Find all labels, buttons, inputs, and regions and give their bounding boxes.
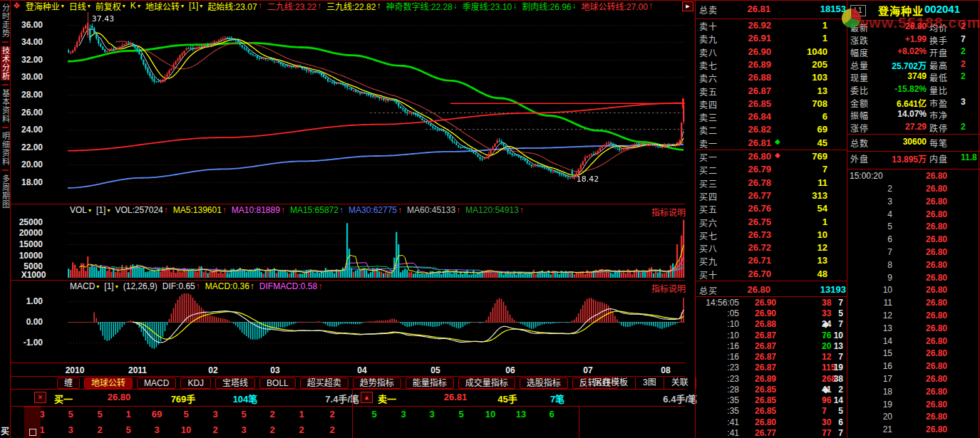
sell1-avg: 6.4手/笔 — [629, 392, 697, 405]
indicator-item[interactable]: [1]▾ — [189, 1, 202, 11]
tick-row[interactable]: :1626.8712↑7 — [695, 352, 847, 363]
indicator-item[interactable]: MA30:62775↑ — [349, 205, 402, 215]
indicator-item[interactable]: 二九线:23.22↑ — [267, 0, 321, 12]
indicator-item[interactable]: 地球公转▾ — [145, 0, 184, 12]
indicator-item[interactable]: 地球公转线:27.00↑ — [582, 0, 653, 12]
sell-level-row[interactable]: 卖二26.8269 — [695, 124, 847, 137]
indicator-item[interactable]: 登海种业▾ — [26, 0, 64, 12]
buy-level-row[interactable]: 买十26.7048 — [695, 268, 847, 281]
buy-level-row[interactable]: 买六26.751 — [695, 217, 847, 229]
indicator-item[interactable]: 神奇数字线:22.28↓ — [386, 0, 457, 12]
auction-index: 4 — [855, 209, 892, 219]
stat-value-clipped: 7 — [961, 34, 966, 44]
tick-row[interactable]: :4126.7777↑7 — [695, 428, 847, 438]
close-button[interactable]: ✕ — [34, 392, 46, 403]
arrow-down-icon: ↓ — [512, 1, 517, 11]
stat-value: 3749 — [875, 71, 927, 81]
sell-level-row[interactable]: 卖十26.921 — [695, 20, 847, 33]
buy-level-row[interactable]: 买七26.7310 — [695, 229, 847, 242]
tick-count: 7 — [823, 428, 843, 438]
indicator-tab[interactable]: 成交量指标 — [458, 377, 515, 389]
tick-row[interactable]: :3526.8596↑14 — [695, 395, 847, 406]
chevron-down-icon: ▾ — [200, 3, 202, 9]
indicator-item[interactable]: MA60:45133↑ — [407, 205, 460, 215]
indicator-item[interactable]: MA120:54913↑ — [465, 205, 524, 215]
indicator-item[interactable]: [1]▾ — [96, 205, 110, 215]
indicator-tab[interactable]: BOLL — [259, 377, 296, 389]
tick-row[interactable]: :2326.89268↑38 — [695, 374, 847, 385]
indicator-item[interactable]: MA15:65872↑ — [290, 205, 344, 215]
indicator-item[interactable]: VOL:257024↑ — [115, 205, 167, 215]
tick-row[interactable]: :4126.8030↑6 — [695, 417, 847, 428]
tick-row[interactable]: :1626.8720↓13 — [695, 341, 847, 352]
indicator-tab[interactable]: 能量指标 — [406, 377, 454, 389]
indicator-tab[interactable]: 宝塔线 — [215, 377, 255, 389]
indicator-tab[interactable]: 缠 — [57, 377, 80, 389]
sell-level-row[interactable]: 卖一26.81◆45 — [695, 137, 847, 150]
indicator-item[interactable]: 起始线:23.07↑ — [207, 0, 262, 12]
sell-level-row[interactable]: 卖三26.846 — [695, 111, 847, 124]
indicator-tab[interactable]: 趋势指标 — [353, 377, 401, 389]
indicator-item[interactable]: (12,26,9) — [123, 281, 158, 291]
stat-value-clipped: 2 — [961, 71, 966, 81]
tick-row[interactable]: :3526.857↑5 — [695, 406, 847, 417]
buy-level-row[interactable]: 买八26.7212 — [695, 242, 847, 255]
macd-legend-link[interactable]: 指标说明 — [647, 282, 686, 294]
indicator-item[interactable]: MACD:0.36↑ — [205, 281, 254, 291]
sell-level-row[interactable]: 卖九26.911 — [695, 33, 847, 46]
indicator-item[interactable]: 日线▾ — [69, 0, 91, 12]
tick-row[interactable]: :2326.87115↑19 — [695, 363, 847, 373]
indicator-tab[interactable]: KDJ — [180, 377, 211, 389]
level-volume: 11 — [780, 177, 827, 188]
buy-level-row[interactable]: 买四26.77313 — [695, 190, 847, 203]
indicator-item[interactable]: VOL▾ — [70, 205, 91, 215]
indicator-item[interactable]: DIF:0.65↑ — [163, 281, 200, 291]
indicator-item[interactable]: 前复权▾ — [96, 0, 125, 12]
buy-level-row[interactable]: 买一26.80◆769 — [695, 151, 847, 164]
volume-chart-canvas[interactable] — [68, 215, 685, 278]
buy-level-row[interactable]: 买三26.7811 — [695, 177, 847, 190]
indicator-tab[interactable]: 超买超卖 — [300, 377, 349, 389]
play-button[interactable]: ▶ — [682, 1, 693, 11]
indicator-tab[interactable]: 选股指标 — [520, 377, 568, 389]
tick-row[interactable]: 14:56:0526.9038↑7 — [695, 298, 847, 308]
auction-index: 14 — [855, 336, 892, 346]
tick-row[interactable]: :0526.9033↑5 — [695, 308, 847, 319]
indicator-label: DIFMACD:0.58 — [259, 281, 317, 291]
sell-level-row[interactable]: 卖八26.901040 — [695, 46, 847, 59]
sell-level-row[interactable]: 卖七26.89205 — [695, 59, 847, 72]
indicator-item[interactable]: MA5:139601↑ — [173, 205, 227, 215]
candlestick-chart-canvas[interactable] — [68, 11, 685, 204]
buy-level-row[interactable]: 买五26.7654 — [695, 203, 847, 216]
template-tab[interactable]: 另存模板 — [586, 377, 635, 389]
auction-price: 26.80 — [918, 336, 955, 346]
buy-level-row[interactable]: 买九26.7113 — [695, 255, 847, 268]
tick-row[interactable]: :1026.8824◆7 — [695, 319, 847, 330]
expand-button[interactable]: ▲ — [361, 392, 373, 403]
indicator-item[interactable]: [1]▾ — [104, 281, 118, 291]
indicator-item[interactable]: 割肉线:26.96↓ — [522, 0, 576, 12]
tick-row[interactable]: :1026.8776↓10 — [695, 330, 847, 341]
scroll-strip[interactable] — [24, 407, 41, 438]
level-label: 卖四 — [699, 98, 718, 110]
indicator-item[interactable]: 三九线:22.82↑ — [326, 0, 381, 12]
indicator-item[interactable]: 季度线:23.10↓ — [463, 0, 517, 12]
sell-level-row[interactable]: 卖六26.88103 — [695, 72, 847, 85]
sell-level-row[interactable]: 卖四26.85708 — [695, 98, 847, 111]
tick-row[interactable]: :2826.8541◆2 — [695, 385, 847, 395]
template-tab[interactable]: 3图 — [635, 377, 664, 389]
indicator-item[interactable]: MA10:81889↑ — [232, 205, 285, 215]
buy-level-row[interactable]: 买二26.797 — [695, 164, 847, 177]
indicator-tab[interactable]: MACD — [137, 377, 176, 389]
stat-row: 涨跌+1.99换手7 — [847, 34, 980, 46]
indicator-item[interactable]: DIFMACD:0.58↑ — [259, 281, 322, 291]
date-axis-label: 08 — [650, 365, 681, 375]
indicator-item[interactable]: K▾ — [130, 1, 140, 11]
auction-row: 1326.80 — [847, 323, 980, 335]
indicator-item[interactable]: MACD▾ — [70, 281, 99, 291]
indicator-tab[interactable]: 地球公转 — [84, 377, 133, 389]
sell-level-row[interactable]: 卖五26.8713 — [695, 85, 847, 98]
macd-chart-canvas[interactable] — [68, 293, 685, 363]
stat-label: 涨停 — [850, 122, 869, 134]
template-tab[interactable]: 关联 — [664, 377, 696, 389]
